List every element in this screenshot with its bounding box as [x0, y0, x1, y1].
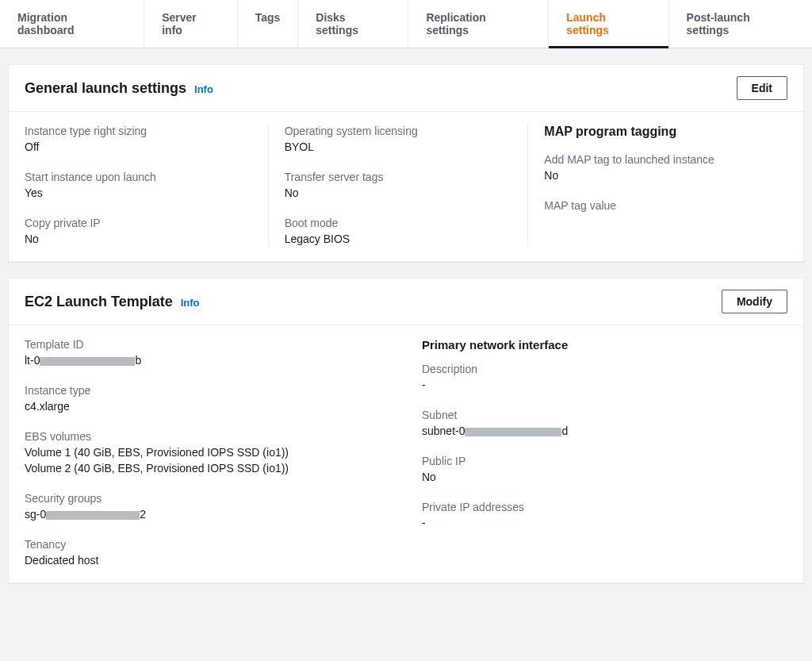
- public-ip-label: Public IP: [422, 455, 787, 467]
- map-tag-value-label: MAP tag value: [544, 199, 772, 212]
- os-licensing-value: BYOL: [285, 140, 512, 153]
- ebs-volume-2: Volume 2 (40 GiB, EBS, Provisioned IOPS …: [25, 462, 390, 475]
- start-instance-value: Yes: [25, 186, 252, 199]
- redacted-bar-icon: [40, 357, 135, 366]
- copy-private-ip-value: No: [25, 233, 252, 245]
- private-ip-value: -: [422, 517, 787, 529]
- tenancy-label: Tenancy: [25, 538, 390, 551]
- description-label: Description: [422, 363, 787, 375]
- ec2-panel-header: EC2 Launch Template Info Modify: [9, 279, 803, 325]
- instance-right-sizing-label: Instance type right sizing: [25, 125, 252, 137]
- redacted-bar-icon: [46, 511, 140, 520]
- instance-type-label: Instance type: [25, 384, 390, 397]
- tab-server-info[interactable]: Server info: [144, 0, 237, 48]
- tab-post-launch-settings[interactable]: Post-launch settings: [669, 0, 812, 48]
- ebs-volumes-label: EBS volumes: [25, 430, 390, 443]
- private-ip-label: Private IP addresses: [422, 501, 787, 513]
- template-id-label: Template ID: [25, 338, 390, 351]
- map-add-value: No: [544, 169, 772, 182]
- subnet-value: subnet-0d: [422, 425, 787, 437]
- security-groups-label: Security groups: [25, 492, 390, 505]
- os-licensing-label: Operating system licensing: [285, 125, 512, 137]
- transfer-tags-value: No: [285, 186, 512, 199]
- tab-replication-settings[interactable]: Replication settings: [408, 0, 549, 48]
- modify-button[interactable]: Modify: [722, 290, 787, 313]
- copy-private-ip-label: Copy private IP: [25, 217, 252, 229]
- instance-type-value: c4.xlarge: [25, 400, 390, 413]
- template-id-value: lt-0b: [25, 354, 390, 367]
- transfer-tags-label: Transfer server tags: [285, 171, 512, 183]
- public-ip-value: No: [422, 471, 787, 483]
- primary-network-interface-heading: Primary network interface: [422, 338, 787, 352]
- general-panel-header: General launch settings Info Edit: [9, 65, 803, 112]
- general-title: General launch settings: [25, 80, 186, 97]
- tab-disks-settings[interactable]: Disks settings: [298, 0, 408, 48]
- general-launch-settings-panel: General launch settings Info Edit Instan…: [8, 64, 804, 262]
- tenancy-value: Dedicated host: [25, 554, 390, 567]
- ebs-volume-1: Volume 1 (40 GiB, EBS, Provisioned IOPS …: [25, 446, 390, 459]
- security-groups-value: sg-02: [25, 508, 390, 521]
- ec2-title: EC2 Launch Template: [25, 294, 173, 310]
- instance-right-sizing-value: Off: [25, 140, 252, 153]
- redacted-bar-icon: [465, 428, 561, 436]
- map-add-label: Add MAP tag to launched instance: [544, 153, 772, 166]
- description-value: -: [422, 379, 787, 391]
- tab-tags[interactable]: Tags: [238, 0, 299, 48]
- ec2-info-link[interactable]: Info: [181, 297, 200, 309]
- edit-button[interactable]: Edit: [737, 76, 787, 100]
- subnet-label: Subnet: [422, 409, 787, 421]
- ec2-launch-template-panel: EC2 Launch Template Info Modify Template…: [8, 278, 804, 583]
- general-info-link[interactable]: Info: [194, 83, 213, 95]
- boot-mode-label: Boot mode: [285, 217, 512, 229]
- tab-migration-dashboard[interactable]: Migration dashboard: [0, 0, 144, 48]
- map-heading: MAP program tagging: [544, 125, 772, 139]
- tab-bar: Migration dashboard Server info Tags Dis…: [0, 0, 812, 48]
- boot-mode-value: Legacy BIOS: [285, 233, 512, 245]
- start-instance-label: Start instance upon launch: [25, 171, 252, 183]
- tab-launch-settings[interactable]: Launch settings: [549, 0, 668, 48]
